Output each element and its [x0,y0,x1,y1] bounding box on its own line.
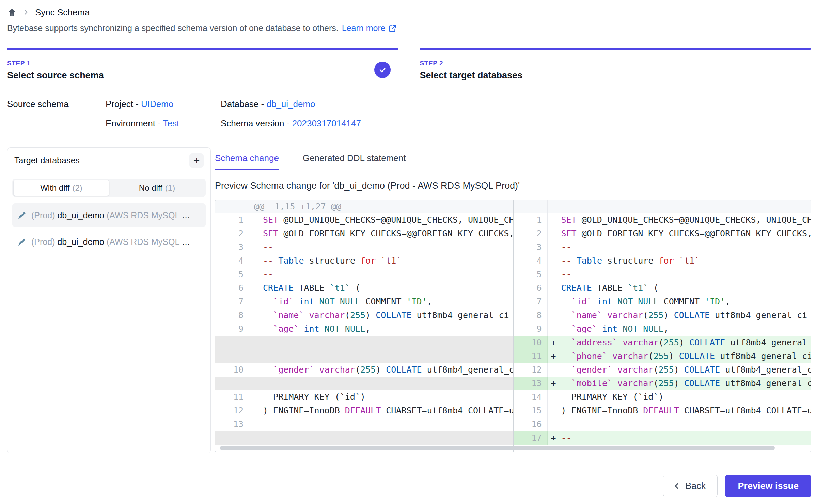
code-line: +-- [548,431,811,445]
code-line: SET @OLD_UNIQUE_CHECKS=@@UNIQUE_CHECKS, … [548,213,811,227]
schema-version-link[interactable]: 20230317014147 [292,118,361,128]
code-line [249,336,513,349]
line-number: 1 [215,213,249,227]
line-number: 13 [514,377,548,390]
tab-schema-change[interactable]: Schema change [215,153,279,170]
code-line: `age` int NOT NULL, [548,322,811,336]
diff-row: 2 SET @OLD_FOREIGN_KEY_CHECKS=@@FOREIGN_… [215,227,513,240]
line-marker [249,418,263,431]
code-line: PRIMARY KEY (`id`) [548,390,811,404]
diff-row: 14 PRIMARY KEY (`id`) [514,390,811,404]
code-line: `age` int NOT NULL, [249,322,513,336]
line-number [215,349,249,363]
preview-issue-button[interactable]: Preview issue [725,475,811,497]
diff-row [215,377,513,390]
code-line: `gender` varchar(255) COLLATE utf8mb4_ge… [249,363,513,377]
tab-no-diff[interactable]: No diff (1) [109,180,205,196]
step-2: STEP 2 Select target databases [420,48,811,81]
mysql-icon [17,210,27,220]
line-marker [249,227,263,240]
diff-row: 7 `id` int NOT NULL COMMENT 'ID', [215,295,513,309]
code-line [249,431,513,445]
diff-row: 11+ `phone` varchar(255) COLLATE utf8mb4… [514,349,811,363]
diff-pane-original: @@ -1,15 +1,27 @@1 SET @OLD_UNIQUE_CHECK… [215,200,513,452]
diff-row: 8 `name` varchar(255) COLLATE utf8mb4_ge… [514,309,811,322]
external-link-icon [388,24,397,33]
line-number: 7 [514,295,548,309]
environment-link[interactable]: Test [163,118,179,128]
code-line: CREATE TABLE `t1` ( [548,281,811,295]
footer-actions: Back Preview issue [663,475,811,497]
project-link[interactable]: UIDemo [141,99,173,109]
preview-title: Preview Schema change for 'db_ui_demo (P… [215,180,811,191]
line-number: 2 [215,227,249,240]
mysql-icon [17,237,27,247]
source-environment: Environment - Test [106,118,221,129]
add-target-database-button[interactable]: + [189,153,204,168]
line-number: 16 [514,418,548,431]
line-marker [249,268,263,281]
line-marker [548,268,561,281]
code-line: PRIMARY KEY (`id`) [249,390,513,404]
diff-row: 13+ `mobile` varchar(255) COLLATE utf8mb… [514,377,811,390]
hunk-header-row: @@ -1,15 +1,27 @@ [215,200,513,213]
diff-row: 7 `id` int NOT NULL COMMENT 'ID', [514,295,811,309]
target-database-list: (Prod) db_ui_demo (AWS RDS MySQL Prod) (… [7,201,210,256]
line-marker [249,295,263,309]
code-line: `id` int NOT NULL COMMENT 'ID', [249,295,513,309]
diff-row: 4 -- Table structure for `t1` [514,254,811,268]
learn-more-link[interactable]: Learn more [342,23,397,33]
tab-generated-ddl[interactable]: Generated DDL statement [303,153,406,170]
target-database-item[interactable]: (Prod) db_ui_demo (AWS RDS MySQL Prod) [12,203,206,227]
diff-row: 16 [514,418,811,431]
diff-row: 17+-- [514,431,811,445]
diff-row: 1 SET @OLD_UNIQUE_CHECKS=@@UNIQUE_CHECKS… [215,213,513,227]
code-line: + `mobile` varchar(255) COLLATE utf8mb4_… [548,377,811,390]
added-line-marker: + [548,336,561,349]
diff-row: 1 SET @OLD_UNIQUE_CHECKS=@@UNIQUE_CHECKS… [514,213,811,227]
line-marker [548,309,561,322]
tab-with-diff[interactable]: With diff (2) [13,180,109,196]
code-line: `gender` varchar(255) COLLATE utf8mb4_ge… [548,363,811,377]
line-number: 7 [215,295,249,309]
description-text: Bytebase supports synchronizing a specif… [7,23,339,33]
step-1-title: Select source schema [7,70,374,81]
code-line: ) ENGINE=InnoDB DEFAULT CHARSET=utf8mb4 … [548,404,811,418]
diff-row: 11 PRIMARY KEY (`id`) [215,390,513,404]
preview-tabs: Schema change Generated DDL statement [215,153,811,170]
diff-filter-tabs: With diff (2) No diff (1) [12,179,206,197]
breadcrumb: Sync Schema [7,5,90,20]
line-marker [249,240,263,254]
added-line-marker: + [548,431,561,445]
line-marker [548,254,561,268]
diff-row: 6 CREATE TABLE `t1` ( [514,281,811,295]
schema-diff-viewer: @@ -1,15 +1,27 @@1 SET @OLD_UNIQUE_CHECK… [215,200,811,452]
home-icon[interactable] [7,7,17,17]
database-link[interactable]: db_ui_demo [266,99,315,109]
step-2-title: Select target databases [420,70,811,81]
code-line: -- Table structure for `t1` [548,254,811,268]
diff-row: 9 `age` int NOT NULL, [215,322,513,336]
page-description: Bytebase supports synchronizing a specif… [7,23,397,33]
target-databases-panel: Target databases + With diff (2) No diff… [7,147,211,453]
code-line: CREATE TABLE `t1` ( [249,281,513,295]
hunk-header-row [514,200,811,213]
code-line: -- [249,268,513,281]
chevron-left-icon [672,482,681,490]
target-database-item[interactable]: (Prod) db_ui_demo (AWS RDS MySQL Prod) [12,230,206,254]
back-button[interactable]: Back [663,475,718,497]
step-1-progress-bar [7,48,398,50]
wizard-steps: STEP 1 Select source schema STEP 2 Selec… [7,48,811,81]
line-marker [548,227,561,240]
code-line: `id` int NOT NULL COMMENT 'ID', [548,295,811,309]
source-database: Database - db_ui_demo [221,99,361,109]
line-number: 9 [215,322,249,336]
page-title: Sync Schema [35,7,90,18]
added-line-marker: + [548,349,561,363]
horizontal-scrollbar[interactable] [220,446,775,450]
line-number: 11 [215,390,249,404]
line-number [215,336,249,349]
line-number: 12 [215,404,249,418]
database-item-label: (Prod) db_ui_demo (AWS RDS MySQL Prod) [31,210,191,220]
diff-row: 10 `gender` varchar(255) COLLATE utf8mb4… [215,363,513,377]
